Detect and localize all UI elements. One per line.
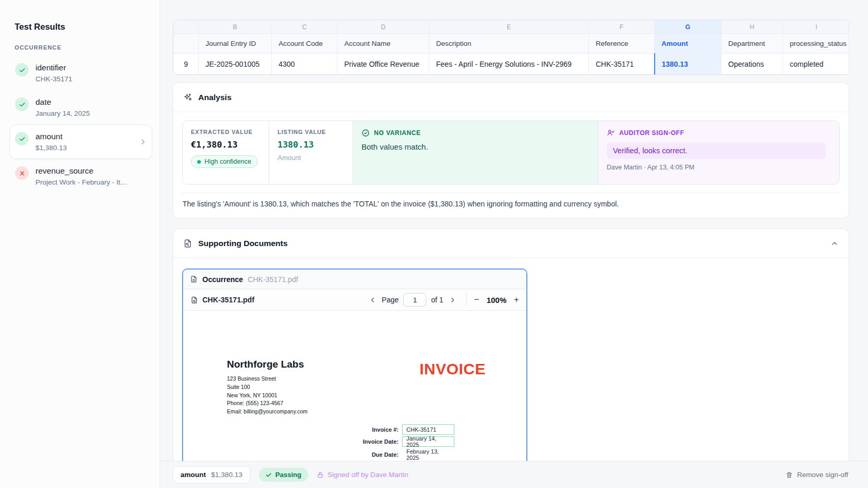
footer-test-name: amount bbox=[180, 471, 206, 479]
column-header: processing_status bbox=[783, 34, 850, 54]
chevron-up-icon[interactable] bbox=[830, 239, 839, 248]
footer-bar: amount $1,380.13 Passing Signed off by D… bbox=[160, 461, 868, 488]
invoice-address-line: Suite 100 bbox=[227, 383, 308, 392]
column-header: Account Code bbox=[272, 34, 337, 54]
variance-message: Both values match. bbox=[361, 142, 589, 151]
analysis-summary: The listing's 'Amount' is 1380.13, which… bbox=[173, 193, 849, 208]
auditor-signoff-label: AUDITOR SIGN-OFF bbox=[619, 129, 684, 137]
column-header: Account Name bbox=[337, 34, 429, 54]
main-content: B C D E F G H I Journal Entry ID Account… bbox=[160, 0, 868, 488]
due-date-label: Due Date: bbox=[372, 452, 399, 458]
sidebar-item-revenue-source[interactable]: revenue_source Project Work - February -… bbox=[9, 159, 152, 193]
sidebar-item-identifier[interactable]: identifier CHK-35171 bbox=[9, 56, 152, 90]
sidebar-item-amount[interactable]: amount $1,380.13 bbox=[9, 125, 152, 159]
listing-value-panel: LISTING VALUE 1380.13 Amount bbox=[269, 121, 353, 184]
page-label: Page bbox=[382, 296, 399, 304]
extracted-value-panel: EXTRACTED VALUE €1,380.13 High confidenc… bbox=[183, 121, 269, 184]
document-viewer-occurrence[interactable]: Occurrence CHK-35171.pdf CHK-35171.pdf P… bbox=[182, 269, 527, 480]
cell-department[interactable]: Operations bbox=[721, 54, 783, 75]
file-icon bbox=[190, 275, 198, 283]
invoice-title: INVOICE bbox=[419, 360, 486, 378]
column-letter: D bbox=[337, 20, 429, 34]
column-header: Department bbox=[721, 34, 783, 54]
signoff-note: Verified, looks correct. bbox=[607, 142, 826, 159]
invoice-company-name: Northforge Labs bbox=[227, 359, 308, 370]
pdf-toolbar: CHK-35171.pdf Page of 1 − 100% bbox=[183, 289, 526, 311]
selected-test-chip: amount $1,380.13 bbox=[173, 466, 250, 483]
column-letter: H bbox=[721, 20, 783, 34]
test-value: CHK-35171 bbox=[35, 74, 73, 84]
cell-journal-entry-id[interactable]: JE-2025-001005 bbox=[199, 54, 272, 75]
confidence-badge: High confidence bbox=[191, 155, 258, 168]
cell-amount-highlighted[interactable]: 1380.13 bbox=[655, 54, 721, 75]
cell-reference[interactable]: CHK-35171 bbox=[589, 54, 655, 75]
sidebar-item-date[interactable]: date January 14, 2025 bbox=[9, 90, 152, 125]
invoice-address-line: 123 Business Street bbox=[227, 375, 308, 383]
passing-status-badge: Passing bbox=[259, 468, 308, 482]
test-value: January 14, 2025 bbox=[35, 108, 90, 118]
signed-off-label: Signed off by Dave Martin bbox=[317, 471, 408, 479]
zoom-out-button[interactable]: − bbox=[474, 295, 479, 305]
extracted-value: €1,380.13 bbox=[191, 140, 260, 150]
column-letters-row: B C D E F G H I bbox=[174, 20, 850, 34]
signoff-meta: Dave Martin · Apr 13, 4:05 PM bbox=[607, 164, 831, 171]
row-number: 9 bbox=[174, 54, 199, 75]
pdf-filename: CHK-35171.pdf bbox=[202, 296, 255, 304]
next-page-button[interactable] bbox=[448, 296, 457, 304]
column-letter: B bbox=[199, 20, 272, 34]
listing-value: 1380.13 bbox=[278, 140, 344, 150]
test-value: Project Work - February - Ite... bbox=[35, 177, 128, 187]
test-name: amount bbox=[35, 131, 67, 142]
cell-account-code[interactable]: 4300 bbox=[272, 54, 337, 75]
table-row: 9 JE-2025-001005 4300 Private Office Rev… bbox=[174, 54, 850, 75]
column-header: Reference bbox=[589, 34, 655, 54]
sparkles-icon bbox=[183, 93, 192, 102]
test-name: date bbox=[35, 96, 90, 107]
test-results-sidebar: Test Results OCCURRENCE identifier CHK-3… bbox=[0, 0, 160, 488]
invoice-number-label: Invoice #: bbox=[372, 426, 399, 433]
x-circle-icon bbox=[15, 166, 29, 180]
chevron-right-icon bbox=[139, 138, 147, 145]
lock-icon bbox=[317, 471, 324, 479]
file-text-icon bbox=[190, 296, 198, 304]
trash-icon bbox=[786, 471, 793, 479]
invoice-address-line: Phone: (555) 123-4567 bbox=[227, 399, 308, 408]
listing-field-name: Amount bbox=[278, 154, 344, 162]
cell-description[interactable]: Fees - April - Energy Solutions - INV-29… bbox=[429, 54, 589, 75]
check-circle-icon bbox=[15, 97, 29, 111]
column-header-highlighted: Amount bbox=[655, 34, 721, 54]
page-count-label: of 1 bbox=[431, 296, 443, 304]
page-number-input[interactable] bbox=[403, 293, 426, 307]
test-name: identifier bbox=[35, 62, 73, 73]
column-letter: F bbox=[589, 20, 655, 34]
occurrence-section-label: OCCURRENCE bbox=[15, 44, 150, 51]
pdf-page: Northforge Labs 123 Business Street Suit… bbox=[183, 311, 526, 480]
test-name: revenue_source bbox=[35, 165, 128, 176]
test-value: $1,380.13 bbox=[35, 143, 67, 153]
listing-value-label: LISTING VALUE bbox=[278, 129, 344, 135]
document-kind: Occurrence bbox=[202, 275, 243, 284]
confidence-dot-icon bbox=[197, 160, 201, 164]
extracted-value-label: EXTRACTED VALUE bbox=[191, 129, 260, 135]
due-date-value: February 13, 2025 bbox=[402, 448, 454, 461]
check-circle-outline-icon bbox=[361, 129, 370, 137]
cell-account-name[interactable]: Private Office Revenue bbox=[337, 54, 429, 75]
document-filename: CHK-35171.pdf bbox=[248, 275, 298, 284]
check-icon bbox=[266, 472, 272, 478]
remove-sign-off-button[interactable]: Remove sign-off bbox=[786, 471, 848, 479]
sidebar-title: Test Results bbox=[15, 22, 150, 32]
analysis-title: Analysis bbox=[198, 93, 232, 102]
column-header: Journal Entry ID bbox=[199, 34, 272, 54]
zoom-in-button[interactable]: + bbox=[514, 295, 519, 305]
user-check-icon bbox=[607, 129, 615, 137]
invoice-address-line: New York, NY 10001 bbox=[227, 392, 308, 400]
supporting-documents-title: Supporting Documents bbox=[198, 239, 287, 248]
invoice-date-label: Invoice Date: bbox=[363, 438, 399, 445]
column-letter: E bbox=[429, 20, 589, 34]
cell-processing-status[interactable]: completed bbox=[783, 54, 850, 75]
variance-panel: NO VARIANCE Both values match. bbox=[353, 121, 598, 184]
auditor-signoff-panel: AUDITOR SIGN-OFF Verified, looks correct… bbox=[598, 121, 839, 184]
invoice-address-line: Email: billing@yourcompany.com bbox=[227, 408, 308, 416]
previous-page-button[interactable] bbox=[368, 296, 377, 304]
spreadsheet-preview: B C D E F G H I Journal Entry ID Account… bbox=[173, 19, 849, 75]
